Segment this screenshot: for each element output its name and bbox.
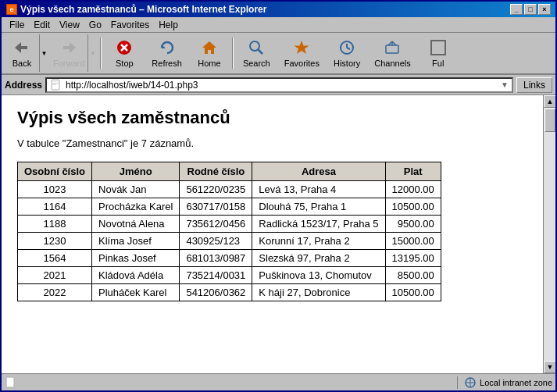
- cell-osobni: 2021: [18, 267, 92, 284]
- table-row: 1164 Procházka Karel 630717/0158 Dlouhá …: [18, 198, 441, 216]
- back-button[interactable]: Back: [5, 34, 39, 72]
- search-icon: [247, 38, 266, 57]
- cell-plat: 13195.00: [385, 250, 441, 267]
- page-title: Výpis všech zaměstnanců: [17, 108, 527, 128]
- table-row: 1564 Pinkas Josef 681013/0987 Slezská 97…: [18, 250, 441, 267]
- cell-adresa: K háji 27, Dobronice: [252, 284, 385, 301]
- col-header-rodne: Rodné číslo: [180, 162, 252, 181]
- cell-adresa: Radlická 1523/17, Praha 5: [252, 216, 385, 233]
- fullscreen-icon: [429, 38, 448, 57]
- cell-osobni: 1164: [18, 198, 92, 216]
- links-button[interactable]: Links: [516, 77, 552, 93]
- cell-jmeno: Klíma Josef: [92, 233, 180, 250]
- forward-dropdown[interactable]: ▼: [87, 34, 97, 72]
- status-bar: Local intranet zone: [2, 373, 555, 390]
- cell-osobni: 1188: [18, 216, 92, 233]
- cell-plat: 15000.00: [385, 233, 441, 250]
- address-url: http://localhost/iweb/14-01.php3: [66, 80, 198, 91]
- menu-view[interactable]: View: [55, 18, 84, 32]
- cell-rodne: 681013/0987: [180, 250, 252, 267]
- favorites-icon: [292, 38, 311, 57]
- forward-button-group: Forward ▼: [50, 34, 97, 72]
- cell-rodne: 630717/0158: [180, 198, 252, 216]
- toolbar: Back ▼ Forward ▼ Stop: [2, 33, 555, 75]
- scroll-thumb[interactable]: [545, 109, 555, 132]
- cell-adresa: Slezská 97, Praha 2: [252, 250, 385, 267]
- favorites-button[interactable]: Favorites: [278, 34, 326, 72]
- cell-jmeno: Procházka Karel: [92, 198, 180, 216]
- menu-favorites[interactable]: Favorites: [106, 18, 154, 32]
- col-header-adresa: Adresa: [252, 162, 385, 181]
- menu-go[interactable]: Go: [84, 18, 106, 32]
- address-input[interactable]: http://localhost/iweb/14-01.php3 ▼: [45, 77, 513, 93]
- back-dropdown[interactable]: ▼: [39, 34, 48, 72]
- table-row: 2021 Kládová Adéla 735214/0031 Puškinova…: [18, 267, 441, 284]
- stop-button[interactable]: Stop: [105, 34, 144, 72]
- page-icon: [50, 79, 62, 91]
- cell-jmeno: Pluháček Karel: [92, 284, 180, 301]
- cell-jmeno: Novotná Alena: [92, 216, 180, 233]
- menu-help[interactable]: Help: [154, 18, 183, 32]
- toolbar-separator-2: [232, 37, 234, 69]
- minimize-button[interactable]: _: [510, 4, 523, 15]
- cell-adresa: Levá 13, Praha 4: [252, 181, 385, 198]
- browser-window: e Výpis všech zaměstnanců – Microsoft In…: [0, 0, 557, 392]
- table-row: 1023 Novák Jan 561220/0235 Levá 13, Prah…: [18, 181, 441, 198]
- col-header-plat: Plat: [385, 162, 441, 181]
- channels-button[interactable]: Channels: [368, 34, 416, 72]
- cell-rodne: 561220/0235: [180, 181, 252, 198]
- cell-osobni: 1564: [18, 250, 92, 267]
- close-button[interactable]: ×: [538, 4, 551, 15]
- status-page-icon: [5, 376, 17, 389]
- menu-edit[interactable]: Edit: [29, 18, 55, 32]
- menu-file[interactable]: File: [5, 18, 29, 32]
- stop-icon: [115, 38, 134, 57]
- svg-rect-22: [6, 377, 14, 387]
- address-bar: Address http://localhost/iweb/14-01.php3…: [2, 75, 555, 95]
- svg-line-12: [347, 48, 350, 49]
- col-header-osobni: Osobní číslo: [18, 162, 92, 181]
- table-row: 1188 Novotná Alena 735612/0456 Radlická …: [18, 216, 441, 233]
- employees-table: Osobní číslo Jméno Rodné číslo Adresa Pl…: [17, 162, 441, 301]
- address-dropdown[interactable]: ▼: [501, 80, 509, 89]
- cell-adresa: Puškinova 13, Chomutov: [252, 267, 385, 284]
- home-button[interactable]: Home: [190, 34, 229, 72]
- zone-icon: [464, 376, 477, 389]
- cell-rodne: 735214/0031: [180, 267, 252, 284]
- content-area: Výpis všech zaměstnanců V tabulce "Zames…: [2, 95, 543, 373]
- refresh-button[interactable]: Refresh: [145, 34, 188, 72]
- history-button[interactable]: History: [327, 34, 366, 72]
- fullscreen-button[interactable]: Ful: [419, 34, 458, 72]
- address-label: Address: [5, 80, 42, 91]
- cell-jmeno: Novák Jan: [92, 181, 180, 198]
- cell-adresa: Dlouhá 75, Praha 1: [252, 198, 385, 216]
- scroll-down-button[interactable]: ▼: [544, 361, 555, 373]
- maximize-button[interactable]: □: [524, 4, 537, 15]
- zone-indicator: Local intranet zone: [457, 376, 552, 389]
- cell-rodne: 430925/123: [180, 233, 252, 250]
- cell-plat: 10500.00: [385, 198, 441, 216]
- cell-jmeno: Kládová Adéla: [92, 267, 180, 284]
- forward-button[interactable]: Forward: [50, 34, 87, 72]
- svg-point-7: [250, 41, 259, 51]
- ie-icon: e: [6, 4, 17, 15]
- svg-marker-1: [63, 42, 76, 53]
- window-title: Výpis všech zaměstnanců – Microsoft Inte…: [20, 4, 266, 15]
- search-button[interactable]: Search: [237, 34, 277, 72]
- svg-rect-13: [386, 45, 398, 53]
- scroll-track[interactable]: [544, 108, 555, 361]
- title-bar-left: e Výpis všech zaměstnanců – Microsoft In…: [6, 4, 266, 15]
- svg-marker-6: [202, 41, 216, 54]
- history-icon: [337, 38, 356, 57]
- cell-plat: 12000.00: [385, 181, 441, 198]
- svg-marker-9: [295, 41, 309, 54]
- svg-rect-21: [52, 84, 56, 85]
- cell-osobni: 2022: [18, 284, 92, 301]
- refresh-icon: [158, 38, 177, 57]
- cell-jmeno: Pinkas Josef: [92, 250, 180, 267]
- cell-plat: 10500.00: [385, 284, 441, 301]
- forward-icon: [59, 38, 78, 57]
- cell-osobni: 1023: [18, 181, 92, 198]
- title-bar: e Výpis všech zaměstnanců – Microsoft In…: [2, 2, 555, 17]
- scroll-up-button[interactable]: ▲: [544, 95, 555, 108]
